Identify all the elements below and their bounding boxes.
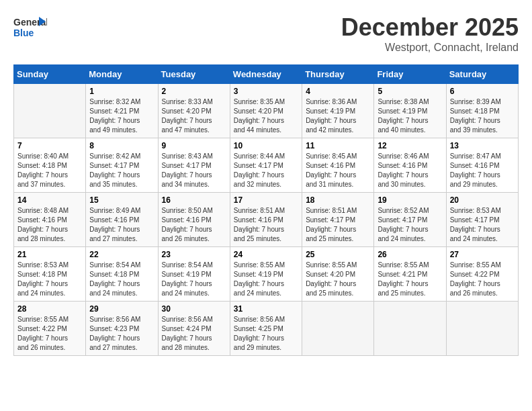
day-number: 2: [162, 87, 226, 96]
calendar-cell: 5Sunrise: 8:38 AM Sunset: 4:19 PM Daylig…: [374, 84, 446, 138]
weekday-header: Saturday: [446, 65, 518, 84]
day-number: 12: [378, 141, 442, 150]
calendar-cell: 16Sunrise: 8:50 AM Sunset: 4:16 PM Dayli…: [158, 193, 230, 247]
day-number: 9: [162, 141, 226, 150]
calendar-cell: 17Sunrise: 8:51 AM Sunset: 4:16 PM Dayli…: [230, 193, 302, 247]
day-info: Sunrise: 8:55 AM Sunset: 4:22 PM Dayligh…: [450, 261, 515, 298]
calendar-cell: 19Sunrise: 8:52 AM Sunset: 4:17 PM Dayli…: [374, 193, 446, 247]
day-info: Sunrise: 8:43 AM Sunset: 4:17 PM Dayligh…: [162, 152, 226, 189]
calendar-cell: 28Sunrise: 8:55 AM Sunset: 4:22 PM Dayli…: [14, 302, 86, 356]
day-number: 27: [450, 250, 515, 259]
weekday-header: Friday: [374, 65, 446, 84]
day-info: Sunrise: 8:47 AM Sunset: 4:16 PM Dayligh…: [450, 152, 515, 189]
calendar-cell: 14Sunrise: 8:48 AM Sunset: 4:16 PM Dayli…: [14, 193, 86, 247]
calendar-cell: 10Sunrise: 8:44 AM Sunset: 4:17 PM Dayli…: [230, 138, 302, 193]
day-number: 17: [234, 195, 298, 205]
calendar-cell: [302, 302, 374, 356]
day-number: 28: [17, 304, 82, 314]
day-number: 25: [306, 250, 370, 259]
day-info: Sunrise: 8:42 AM Sunset: 4:17 PM Dayligh…: [89, 152, 154, 189]
day-number: 5: [378, 87, 442, 96]
day-info: Sunrise: 8:52 AM Sunset: 4:17 PM Dayligh…: [378, 206, 442, 244]
calendar-cell: 27Sunrise: 8:55 AM Sunset: 4:22 PM Dayli…: [446, 247, 518, 302]
day-info: Sunrise: 8:40 AM Sunset: 4:18 PM Dayligh…: [17, 152, 82, 189]
day-number: 3: [234, 87, 298, 96]
calendar-week-row: 7Sunrise: 8:40 AM Sunset: 4:18 PM Daylig…: [14, 138, 519, 193]
day-info: Sunrise: 8:55 AM Sunset: 4:19 PM Dayligh…: [234, 261, 298, 298]
calendar-cell: 8Sunrise: 8:42 AM Sunset: 4:17 PM Daylig…: [86, 138, 158, 193]
calendar-cell: 31Sunrise: 8:56 AM Sunset: 4:25 PM Dayli…: [230, 302, 302, 356]
calendar-cell: 21Sunrise: 8:53 AM Sunset: 4:18 PM Dayli…: [14, 247, 86, 302]
calendar-cell: 13Sunrise: 8:47 AM Sunset: 4:16 PM Dayli…: [446, 138, 518, 193]
day-info: Sunrise: 8:56 AM Sunset: 4:25 PM Dayligh…: [234, 315, 298, 353]
day-info: Sunrise: 8:55 AM Sunset: 4:20 PM Dayligh…: [306, 261, 370, 298]
calendar-cell: 25Sunrise: 8:55 AM Sunset: 4:20 PM Dayli…: [302, 247, 374, 302]
day-info: Sunrise: 8:35 AM Sunset: 4:20 PM Dayligh…: [234, 97, 298, 135]
day-number: 1: [89, 87, 154, 96]
day-info: Sunrise: 8:56 AM Sunset: 4:23 PM Dayligh…: [89, 315, 154, 353]
day-number: 19: [378, 195, 442, 205]
month-title: December 2025: [341, 13, 519, 42]
day-info: Sunrise: 8:54 AM Sunset: 4:19 PM Dayligh…: [162, 261, 226, 298]
day-number: 4: [306, 87, 370, 96]
day-number: 26: [378, 250, 442, 259]
calendar-week-row: 21Sunrise: 8:53 AM Sunset: 4:18 PM Dayli…: [14, 247, 519, 302]
day-number: 22: [89, 250, 154, 259]
weekday-header: Thursday: [302, 65, 374, 84]
logo: General Blue: [13, 13, 50, 40]
day-number: 20: [450, 195, 515, 205]
calendar-cell: 23Sunrise: 8:54 AM Sunset: 4:19 PM Dayli…: [158, 247, 230, 302]
weekday-header: Tuesday: [158, 65, 230, 84]
day-number: 11: [306, 141, 370, 150]
day-number: 29: [89, 304, 154, 314]
day-info: Sunrise: 8:55 AM Sunset: 4:21 PM Dayligh…: [378, 261, 442, 298]
weekday-header: Monday: [86, 65, 158, 84]
day-number: 31: [234, 304, 298, 314]
calendar-cell: [374, 302, 446, 356]
calendar-cell: 26Sunrise: 8:55 AM Sunset: 4:21 PM Dayli…: [374, 247, 446, 302]
svg-text:Blue: Blue: [13, 28, 34, 38]
day-info: Sunrise: 8:51 AM Sunset: 4:17 PM Dayligh…: [306, 206, 370, 244]
calendar-cell: [446, 302, 518, 356]
day-info: Sunrise: 8:53 AM Sunset: 4:18 PM Dayligh…: [17, 261, 82, 298]
title-block: December 2025 Westport, Connacht, Irelan…: [341, 13, 519, 54]
day-info: Sunrise: 8:45 AM Sunset: 4:16 PM Dayligh…: [306, 152, 370, 189]
day-info: Sunrise: 8:36 AM Sunset: 4:19 PM Dayligh…: [306, 97, 370, 135]
calendar-cell: 2Sunrise: 8:33 AM Sunset: 4:20 PM Daylig…: [158, 84, 230, 138]
day-info: Sunrise: 8:46 AM Sunset: 4:16 PM Dayligh…: [378, 152, 442, 189]
day-number: 14: [17, 195, 82, 205]
weekday-header: Sunday: [14, 65, 86, 84]
calendar-cell: 11Sunrise: 8:45 AM Sunset: 4:16 PM Dayli…: [302, 138, 374, 193]
calendar-week-row: 1Sunrise: 8:32 AM Sunset: 4:21 PM Daylig…: [14, 84, 519, 138]
logo-icon: General Blue: [13, 13, 47, 40]
day-number: 18: [306, 195, 370, 205]
day-number: 6: [450, 87, 515, 96]
calendar-cell: 7Sunrise: 8:40 AM Sunset: 4:18 PM Daylig…: [14, 138, 86, 193]
location-subtitle: Westport, Connacht, Ireland: [341, 42, 519, 54]
day-info: Sunrise: 8:33 AM Sunset: 4:20 PM Dayligh…: [162, 97, 226, 135]
day-number: 7: [17, 141, 82, 150]
day-number: 13: [450, 141, 515, 150]
day-info: Sunrise: 8:48 AM Sunset: 4:16 PM Dayligh…: [17, 206, 82, 244]
calendar-cell: 20Sunrise: 8:53 AM Sunset: 4:17 PM Dayli…: [446, 193, 518, 247]
day-number: 16: [162, 195, 226, 205]
day-info: Sunrise: 8:54 AM Sunset: 4:18 PM Dayligh…: [89, 261, 154, 298]
day-number: 21: [17, 250, 82, 259]
day-number: 24: [234, 250, 298, 259]
day-info: Sunrise: 8:55 AM Sunset: 4:22 PM Dayligh…: [17, 315, 82, 353]
calendar-header: SundayMondayTuesdayWednesdayThursdayFrid…: [14, 65, 519, 84]
day-info: Sunrise: 8:38 AM Sunset: 4:19 PM Dayligh…: [378, 97, 442, 135]
calendar-cell: 12Sunrise: 8:46 AM Sunset: 4:16 PM Dayli…: [374, 138, 446, 193]
day-info: Sunrise: 8:44 AM Sunset: 4:17 PM Dayligh…: [234, 152, 298, 189]
calendar-cell: 6Sunrise: 8:39 AM Sunset: 4:18 PM Daylig…: [446, 84, 518, 138]
day-info: Sunrise: 8:39 AM Sunset: 4:18 PM Dayligh…: [450, 97, 515, 135]
calendar-cell: 29Sunrise: 8:56 AM Sunset: 4:23 PM Dayli…: [86, 302, 158, 356]
calendar-cell: [14, 84, 86, 138]
calendar-cell: 24Sunrise: 8:55 AM Sunset: 4:19 PM Dayli…: [230, 247, 302, 302]
weekday-header: Wednesday: [230, 65, 302, 84]
day-number: 10: [234, 141, 298, 150]
day-info: Sunrise: 8:56 AM Sunset: 4:24 PM Dayligh…: [162, 315, 226, 353]
day-info: Sunrise: 8:51 AM Sunset: 4:16 PM Dayligh…: [234, 206, 298, 244]
calendar-cell: 15Sunrise: 8:49 AM Sunset: 4:16 PM Dayli…: [86, 193, 158, 247]
calendar-cell: 1Sunrise: 8:32 AM Sunset: 4:21 PM Daylig…: [86, 84, 158, 138]
